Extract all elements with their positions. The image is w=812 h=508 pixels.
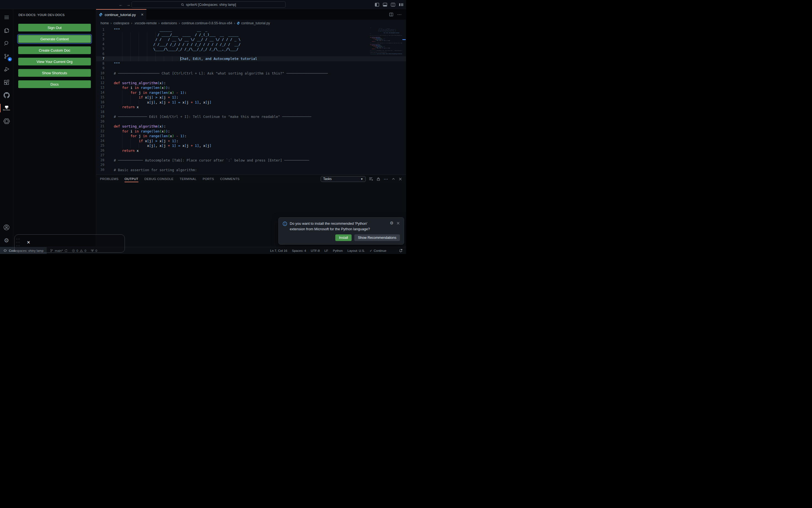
search-view-button[interactable] bbox=[0, 37, 13, 50]
code-line[interactable]: 10# ──────────────────── Chat [Ctrl/Ctrl… bbox=[96, 71, 406, 76]
breadcrumb-item[interactable]: .vscode-remote bbox=[134, 21, 157, 25]
code-line[interactable]: 5 \____/\____/_/ /_/\__/_/_/ /_/\__,_/\_… bbox=[96, 47, 406, 52]
settings-button[interactable]: ⚙ bbox=[0, 234, 13, 247]
devdocs-view-button[interactable]: Dev-Docs bbox=[0, 101, 13, 115]
notification-settings-icon[interactable]: ⚙ bbox=[390, 221, 394, 225]
sidebar-button-view-your-current-org[interactable]: View Your Current Org bbox=[18, 58, 91, 66]
breadcrumb-item[interactable]: continue_tutorial.py bbox=[237, 21, 270, 25]
sidebar-button-docs[interactable]: Docs bbox=[18, 80, 91, 88]
eol-item[interactable]: LF bbox=[325, 249, 328, 252]
code-line[interactable]: 13 for i in range(len(x)): bbox=[96, 85, 406, 90]
continue-status-item[interactable]: ✓ Continue bbox=[370, 249, 387, 253]
continue-view-button[interactable] bbox=[0, 115, 13, 128]
code-line[interactable]: 6 bbox=[96, 52, 406, 56]
panel-more-actions-icon[interactable]: ⋯ bbox=[383, 176, 388, 182]
notifications-bell[interactable] bbox=[399, 249, 403, 253]
code-line[interactable]: 29 bbox=[96, 163, 406, 168]
encoding-item[interactable]: UTF-8 bbox=[311, 249, 320, 252]
code-line[interactable]: 24 if x[j] > x[j + 1]: bbox=[96, 139, 406, 143]
breadcrumb-item[interactable]: extensions bbox=[161, 21, 177, 25]
code-line[interactable]: 26 return x bbox=[96, 148, 406, 153]
indentation-item[interactable]: Spaces: 4 bbox=[292, 249, 306, 252]
keyboard-layout-item[interactable]: Layout: U.S. bbox=[348, 249, 365, 252]
code-line[interactable]: 17 return x bbox=[96, 104, 406, 110]
code-line[interactable]: 30# Basic assertion for sorting algorith… bbox=[96, 168, 406, 173]
extensions-icon bbox=[4, 79, 10, 85]
back-arrow-icon[interactable]: ← bbox=[119, 2, 123, 7]
source-control-button[interactable]: 4 bbox=[0, 50, 13, 63]
line-number: 1 bbox=[96, 27, 108, 32]
output-channel-select[interactable]: Tasks ▼ bbox=[321, 176, 366, 182]
maximize-panel-icon[interactable] bbox=[392, 177, 395, 181]
panel-tab-terminal[interactable]: TERMINAL bbox=[179, 175, 196, 182]
code-line[interactable]: 15 if x[j] > x[j + 1]: bbox=[96, 95, 406, 100]
customize-layout-icon[interactable] bbox=[399, 2, 403, 7]
code-line[interactable]: 7 Chat, Edit, and Autocomplete tutorial bbox=[96, 56, 406, 61]
tab-close-icon[interactable]: ✕ bbox=[141, 13, 144, 16]
sidebar-button-show-shortcuts[interactable]: Show Shortcuts bbox=[18, 69, 91, 77]
line-number: 3 bbox=[96, 37, 108, 42]
panel-tab-problems[interactable]: PROBLEMS bbox=[100, 175, 119, 182]
extensions-button[interactable] bbox=[0, 76, 13, 89]
line-number: 9 bbox=[96, 66, 108, 71]
code-line[interactable]: 19# ────────────── Edit [Cmd/Ctrl + I]: … bbox=[96, 114, 406, 119]
sidebar-button-create-custom-doc[interactable]: Create Custom Doc bbox=[18, 46, 91, 54]
split-editor-icon[interactable] bbox=[389, 12, 393, 16]
editor-scrollbar[interactable] bbox=[402, 27, 406, 174]
github-button[interactable] bbox=[0, 89, 13, 101]
code-line[interactable]: 1""" ______ __ _ bbox=[96, 27, 406, 32]
code-line[interactable]: 28# ──────────── Autocomplete [Tab]: Pla… bbox=[96, 158, 406, 163]
command-center-search[interactable]: spriteAI [Codespaces: shiny lamp] bbox=[131, 1, 286, 8]
code-line[interactable]: 21def sorting_algorithm(x): bbox=[96, 124, 406, 129]
sidebar-button-generate-context[interactable]: Generate Context bbox=[18, 35, 91, 43]
code-line[interactable]: 16 x[j], x[j + 1] = x[j + 1], x[j] bbox=[96, 100, 406, 105]
code-line[interactable]: 8""" bbox=[96, 61, 406, 66]
breadcrumb-item[interactable]: continue.continue-0.8.55-linux-x64 bbox=[182, 21, 232, 25]
code-line[interactable]: 25 x[j], x[j + 1] = x[j + 1], x[j] bbox=[96, 143, 406, 148]
clear-output-icon[interactable] bbox=[369, 177, 373, 181]
text-cursor bbox=[180, 56, 181, 61]
lock-scroll-icon[interactable] bbox=[376, 177, 380, 181]
panel-tab-debug-console[interactable]: DEBUG CONSOLE bbox=[145, 175, 174, 182]
toggle-secondary-sidebar-icon[interactable] bbox=[391, 2, 395, 7]
minimap[interactable]: """ ______ __ _ / ____/___ ____ / /_(_)_… bbox=[370, 27, 402, 174]
forward-arrow-icon[interactable]: → bbox=[126, 2, 130, 7]
panel-header: PROBLEMSOUTPUTDEBUG CONSOLETERMINALPORTS… bbox=[96, 175, 406, 183]
breadcrumb-item[interactable]: codespace bbox=[113, 21, 129, 25]
panel-tab-output[interactable]: OUTPUT bbox=[125, 175, 138, 182]
menu-button[interactable] bbox=[0, 11, 13, 24]
accounts-button[interactable] bbox=[0, 221, 13, 234]
code-line[interactable]: 20 bbox=[96, 119, 406, 124]
code-line[interactable]: 14 for j in range(len(x) - 1): bbox=[96, 90, 406, 95]
explorer-button[interactable] bbox=[0, 24, 13, 37]
code-line[interactable]: 22 for i in range(len(x)): bbox=[96, 129, 406, 134]
panel-tab-comments[interactable]: COMMENTS bbox=[220, 175, 239, 182]
install-button[interactable]: Install bbox=[335, 235, 352, 241]
code-line[interactable]: 27 bbox=[96, 153, 406, 158]
show-recommendations-button[interactable]: Show Recommendations bbox=[354, 235, 400, 241]
code-line[interactable]: 4 / /___/ /_/ / / / / /_/ / / / / /_/ / … bbox=[96, 42, 406, 47]
close-panel-icon[interactable] bbox=[399, 177, 402, 181]
more-actions-icon[interactable]: ⋯ bbox=[397, 12, 402, 17]
tab-continue-tutorial[interactable]: continue_tutorial.py ✕ bbox=[96, 9, 147, 19]
run-debug-button[interactable] bbox=[0, 63, 13, 76]
code-line[interactable]: 18 bbox=[96, 110, 406, 115]
breadcrumb-item[interactable]: home bbox=[100, 21, 109, 25]
code-line[interactable]: 3 / / / __ \/ __ \/ __/ / __ \/ / / / _ … bbox=[96, 37, 406, 42]
code-line[interactable]: 2 / ____/___ ____ / /_(_)___ __ _____ bbox=[96, 32, 406, 37]
code-editor[interactable]: 1""" ______ __ _2 / ____/___ ____ / /_(_… bbox=[96, 27, 406, 174]
cursor-position-item[interactable]: Ln 7, Col 16 bbox=[270, 249, 287, 252]
toggle-sidebar-icon[interactable] bbox=[375, 2, 379, 7]
panel-tab-ports[interactable]: PORTS bbox=[203, 175, 214, 182]
widget-close-icon[interactable]: ✕ bbox=[27, 240, 30, 245]
language-mode-item[interactable]: Python bbox=[333, 249, 343, 252]
devdocs-icon bbox=[4, 106, 9, 109]
toggle-panel-icon[interactable] bbox=[383, 2, 387, 7]
line-number: 22 bbox=[96, 129, 108, 134]
code-line[interactable]: 12def sorting_algorithm(x): bbox=[96, 81, 406, 86]
sidebar-button-sign-out[interactable]: Sign Out bbox=[18, 24, 91, 32]
code-line[interactable]: 9 bbox=[96, 66, 406, 71]
code-line[interactable]: 23 for j in range(len(x) - 1): bbox=[96, 134, 406, 139]
code-line[interactable]: 11 bbox=[96, 76, 406, 81]
notification-close-icon[interactable] bbox=[396, 221, 400, 225]
